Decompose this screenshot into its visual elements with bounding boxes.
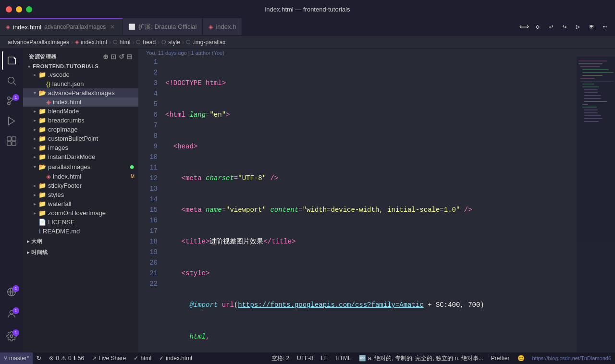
sidebar-item-images[interactable]: ▸ 📁 images	[23, 143, 138, 152]
svg-rect-30	[584, 109, 598, 110]
svg-rect-20	[580, 81, 614, 82]
ext-icon: ⬜	[128, 24, 135, 30]
new-file-icon[interactable]: ⊕	[103, 53, 109, 61]
folder-icon-9: 📁	[38, 191, 46, 198]
maximize-button[interactable]	[26, 6, 32, 12]
status-url: https://blog.csdn.net/TnDiamond6	[529, 355, 615, 361]
search-icon[interactable]	[2, 71, 21, 90]
svg-rect-34	[584, 121, 599, 122]
sidebar-item-styles[interactable]: ▸ 📁 styles	[23, 190, 138, 199]
md-icon: ℹ	[38, 228, 41, 235]
outline-arrow: ▸	[27, 239, 29, 244]
index-html-status[interactable]: ✓ index.html	[155, 352, 196, 364]
code-container[interactable]: 1 2 3 4 5 6 7 8 9 10 11 12 13 14 15 16 1…	[138, 57, 615, 352]
breadcrumb-style[interactable]: style	[168, 39, 180, 46]
tab-close-button[interactable]: ✕	[109, 24, 116, 30]
sidebar-item-launch-json[interactable]: {} launch.json	[23, 79, 138, 88]
new-folder-icon[interactable]: ⊡	[111, 53, 117, 61]
tab-index-h2[interactable]: ◈ index.h	[203, 18, 242, 35]
settings-icon[interactable]: 1	[2, 327, 21, 346]
format-check[interactable]: ✓ html	[130, 352, 155, 364]
folder-icon-3: 📁	[38, 117, 46, 124]
svg-rect-9	[12, 142, 16, 146]
errors-status[interactable]: ⊗ 0 ⚠ 0 ℹ 56	[45, 352, 88, 364]
sidebar-item-readme[interactable]: ℹ README.md	[23, 227, 138, 236]
html-file-icon-2: ◈	[46, 173, 51, 180]
sidebar-item-vscode[interactable]: ▸ 📁 .vscode	[23, 70, 138, 79]
folder-open-icon: 📂	[38, 89, 46, 97]
layout-button[interactable]: ⊞	[585, 21, 598, 33]
breadcrumb-index-html[interactable]: index.html	[81, 39, 107, 46]
settings-badge: 1	[12, 329, 19, 336]
editor-area: You, 11 days ago | 1 author (You) 1 2 3 …	[138, 49, 615, 352]
close-button[interactable]	[6, 6, 12, 12]
sidebar-item-waterfall[interactable]: ▸ 📁 waterfall	[23, 199, 138, 208]
sidebar-item-blendmode[interactable]: ▸ 📁 blendMode	[23, 107, 138, 116]
language-status[interactable]: HTML	[332, 355, 355, 362]
git-branch[interactable]: ⑂ master*	[0, 352, 33, 364]
breadcrumb-html[interactable]: html	[120, 39, 131, 46]
json-icon: {}	[46, 80, 50, 87]
run-button[interactable]: ▷	[572, 21, 584, 33]
more-button[interactable]: ⋯	[599, 21, 611, 33]
collapse-all-icon[interactable]: ⊟	[126, 53, 133, 61]
sidebar-item-parallax-index[interactable]: ◈ index.html M	[23, 172, 138, 181]
sidebar-item-parallaximages[interactable]: ▾ 📂 parallaxImages ●	[23, 161, 138, 172]
toolbar-actions: ⟺ ◇ ↩ ↪ ▷ ⊞ ⋯	[514, 18, 615, 35]
redo-button[interactable]: ↪	[558, 21, 571, 33]
sidebar-item-root[interactable]: ▾ FRONTEND-TUTORIALS	[23, 62, 138, 70]
sidebar-item-custombullet[interactable]: ▸ 📁 customBulletPoint	[23, 134, 138, 143]
timeline-section[interactable]: ▸ 时间线	[23, 247, 138, 258]
accounts-icon[interactable]: 1	[2, 304, 21, 324]
code-line-9: html,	[165, 331, 573, 342]
sidebar-item-zoomonhover[interactable]: ▸ 📁 zoomOnHoverImage	[23, 208, 138, 218]
remote-icon[interactable]: 1	[2, 282, 21, 302]
svg-rect-32	[584, 115, 601, 116]
license-icon: 📄	[38, 218, 46, 226]
git-branch-label: master*	[9, 355, 29, 362]
undo-button[interactable]: ↩	[545, 21, 557, 33]
source-control-icon[interactable]: 1	[2, 91, 21, 110]
folder-icon-2: 📁	[38, 108, 46, 115]
sidebar-item-license[interactable]: 📄 LICENSE	[23, 218, 138, 227]
sidebar-item-advance-parallax[interactable]: ▾ 📂 advanceParallaxImages	[23, 88, 138, 97]
feedback-button[interactable]: 😊	[514, 355, 529, 362]
definition-status[interactable]: 🔤 a. 绝对的, 专制的, 完全的, 独立的 n. 绝对事...	[355, 354, 487, 363]
outline-section[interactable]: ▸ 大纲	[23, 236, 138, 247]
index-html-label: index.html	[166, 355, 192, 362]
svg-rect-7	[12, 137, 16, 141]
svg-marker-5	[9, 117, 15, 125]
breadcrumb-head[interactable]: head	[143, 39, 156, 46]
diamond-button[interactable]: ◇	[531, 21, 544, 33]
explorer-icon[interactable]	[2, 51, 21, 70]
svg-rect-24	[584, 92, 598, 93]
extensions-icon[interactable]	[2, 132, 21, 151]
run-icon[interactable]	[2, 111, 21, 131]
sidebar-item-index-html-main[interactable]: ◈ index.html	[23, 97, 138, 107]
window-controls[interactable]	[6, 6, 32, 12]
tab-index-html[interactable]: ◈ index.html advanceParallaxImages ✕	[0, 18, 123, 35]
code-content[interactable]: <!DOCTYPE html> <html lang="en"> <head> …	[161, 57, 577, 352]
minimize-button[interactable]	[16, 6, 22, 12]
folder-icon: 📁	[38, 71, 46, 78]
split-editor-button[interactable]: ⟺	[518, 21, 530, 33]
svg-point-2	[8, 97, 11, 100]
sync-button[interactable]: ↻	[33, 352, 45, 364]
main-layout: 1 1	[0, 49, 615, 352]
live-share-button[interactable]: ↗ Live Share	[88, 352, 130, 364]
sidebar-item-breadcrumbs[interactable]: ▸ 📁 breadcrumbs	[23, 116, 138, 125]
spaces-status[interactable]: 空格: 2	[268, 354, 293, 363]
svg-rect-18	[582, 75, 603, 76]
refresh-icon[interactable]: ↺	[119, 53, 125, 61]
breadcrumb-img-parallax[interactable]: .img-parallax	[193, 39, 226, 46]
formatter-status[interactable]: Prettier	[487, 355, 514, 362]
sidebar-item-instantdarkmode[interactable]: ▸ 📁 instantDarkMode	[23, 152, 138, 161]
sidebar-item-cropimage[interactable]: ▸ 📁 cropImage	[23, 125, 138, 134]
sidebar-header: 资源管理器 ⊕ ⊡ ↺ ⊟	[23, 49, 138, 62]
encoding-status[interactable]: UTF-8	[293, 355, 317, 362]
sidebar-item-stickyfooter[interactable]: ▸ 📁 stickyFooter	[23, 181, 138, 190]
line-ending-status[interactable]: LF	[317, 355, 332, 362]
warning-icon: ⚠	[61, 355, 66, 362]
tab-dracula[interactable]: ⬜ 扩展: Dracula Official	[123, 18, 203, 35]
breadcrumb-advanceparallax[interactable]: advanceParallaxImages	[8, 39, 69, 46]
